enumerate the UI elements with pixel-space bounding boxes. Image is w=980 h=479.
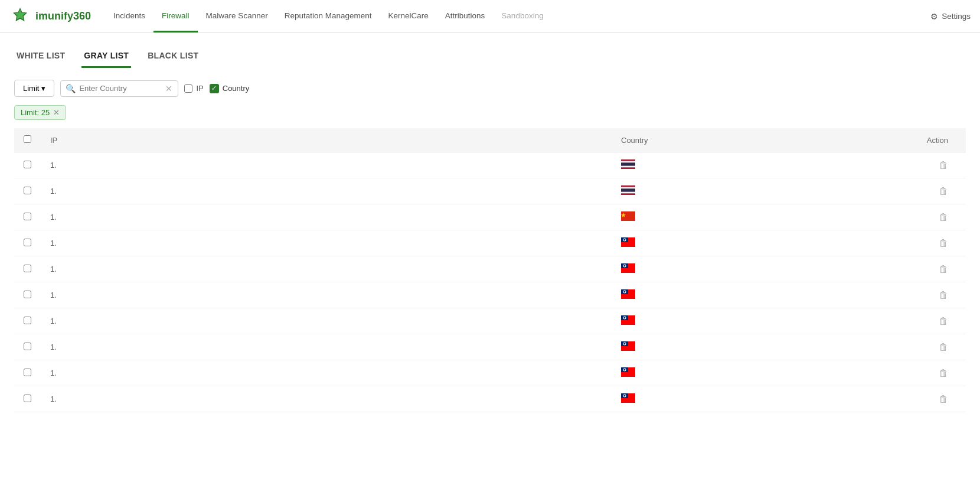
- row-ip-cell: 1.: [41, 230, 612, 256]
- delete-icon[interactable]: 🗑: [939, 160, 948, 170]
- row-check-cell: [14, 230, 41, 256]
- row-action-cell: 🗑: [907, 386, 966, 412]
- nav-item-kernelcare[interactable]: KernelCare: [380, 1, 437, 32]
- row-check-cell: [14, 152, 41, 178]
- row-checkbox[interactable]: [24, 291, 31, 298]
- flag-icon-tw: [621, 318, 635, 327]
- row-country-cell: [612, 282, 907, 308]
- row-country-cell: [612, 256, 907, 282]
- flag-icon-tw: [621, 344, 635, 353]
- flag-icon-tw: [621, 240, 635, 249]
- limit-button[interactable]: Limit ▾: [14, 80, 54, 97]
- delete-icon[interactable]: 🗑: [939, 264, 948, 274]
- country-label: Country: [223, 84, 250, 93]
- flag-icon-tw: [621, 396, 635, 405]
- flag-icon-tw: [621, 292, 635, 301]
- search-input[interactable]: [79, 84, 162, 93]
- svg-point-23: [624, 317, 626, 319]
- row-country-cell: [612, 360, 907, 386]
- nav-items: Incidents Firewall Malware Scanner Reput…: [105, 1, 930, 32]
- header-check: [14, 128, 41, 152]
- nav-item-sandboxing: Sandboxing: [493, 1, 551, 32]
- delete-icon[interactable]: 🗑: [939, 316, 948, 326]
- select-all-checkbox[interactable]: [24, 135, 31, 143]
- active-filters: Limit: 25 ✕: [14, 105, 966, 120]
- row-check-cell: [14, 334, 41, 360]
- table-row: 1. 🗑: [14, 178, 966, 204]
- row-action-cell: 🗑: [907, 152, 966, 178]
- row-country-cell: [612, 152, 907, 178]
- svg-point-11: [624, 239, 626, 241]
- gray-list-table: IP Country Action 1. 🗑 1.: [14, 128, 966, 412]
- flag-icon-th: [621, 162, 635, 171]
- row-checkbox[interactable]: [24, 239, 31, 246]
- settings-button[interactable]: ⚙ Settings: [930, 12, 971, 21]
- svg-rect-5: [621, 188, 635, 191]
- row-checkbox[interactable]: [24, 213, 31, 220]
- flag-icon-tw: [621, 370, 635, 379]
- row-checkbox[interactable]: [24, 343, 31, 350]
- row-checkbox[interactable]: [24, 265, 31, 272]
- nav-item-incidents[interactable]: Incidents: [105, 1, 153, 32]
- header-action: Action: [907, 128, 966, 152]
- list-tabs: WHITE LIST GRAY LIST BLACK LIST: [14, 45, 966, 68]
- delete-icon[interactable]: 🗑: [939, 368, 948, 378]
- row-check-cell: [14, 204, 41, 230]
- country-checkbox-label[interactable]: Country: [210, 84, 250, 93]
- table-row: 1. 🗑: [14, 386, 966, 412]
- row-ip-cell: 1.: [41, 334, 612, 360]
- ip-checkbox-label[interactable]: IP: [184, 84, 203, 93]
- row-ip-cell: 1.: [41, 282, 612, 308]
- delete-icon[interactable]: 🗑: [939, 394, 948, 404]
- country-check-icon: [210, 84, 219, 93]
- row-action-cell: 🗑: [907, 360, 966, 386]
- row-checkbox[interactable]: [24, 395, 31, 402]
- country-search-box[interactable]: 🔍 ✕: [60, 80, 178, 97]
- ip-checkbox[interactable]: [184, 84, 192, 93]
- row-checkbox[interactable]: [24, 161, 31, 168]
- table-body: 1. 🗑 1. 🗑 1.: [14, 152, 966, 412]
- ip-label: IP: [196, 84, 203, 93]
- row-ip-cell: 1.: [41, 204, 612, 230]
- tab-graylist[interactable]: GRAY LIST: [81, 45, 131, 68]
- toolbar: Limit ▾ 🔍 ✕ IP Country: [14, 80, 966, 97]
- flag-icon-th: [621, 188, 635, 197]
- row-action-cell: 🗑: [907, 178, 966, 204]
- row-ip-cell: 1.: [41, 360, 612, 386]
- row-check-cell: [14, 360, 41, 386]
- tab-whitelist[interactable]: WHITE LIST: [14, 45, 67, 68]
- delete-icon[interactable]: 🗑: [939, 342, 948, 352]
- flag-icon-cn: [621, 214, 635, 223]
- row-checkbox[interactable]: [24, 187, 31, 194]
- delete-icon[interactable]: 🗑: [939, 290, 948, 300]
- row-check-cell: [14, 386, 41, 412]
- tab-blacklist[interactable]: BLACK LIST: [145, 45, 201, 68]
- delete-icon[interactable]: 🗑: [939, 186, 948, 196]
- search-icon: 🔍: [66, 84, 76, 93]
- row-ip-cell: 1.: [41, 152, 612, 178]
- table-row: 1. 🗑: [14, 334, 966, 360]
- row-checkbox[interactable]: [24, 317, 31, 324]
- svg-point-19: [624, 291, 626, 293]
- nav-item-firewall[interactable]: Firewall: [153, 1, 198, 32]
- logo-text: imunify360: [35, 10, 91, 22]
- svg-point-35: [624, 395, 626, 397]
- logo-area[interactable]: imunify360: [9, 6, 91, 27]
- settings-label: Settings: [942, 12, 971, 21]
- delete-icon[interactable]: 🗑: [939, 212, 948, 222]
- delete-icon[interactable]: 🗑: [939, 238, 948, 248]
- search-clear-icon[interactable]: ✕: [165, 84, 172, 93]
- row-action-cell: 🗑: [907, 282, 966, 308]
- row-action-cell: 🗑: [907, 256, 966, 282]
- nav-item-attributions[interactable]: Attributions: [437, 1, 494, 32]
- filter-tag-remove[interactable]: ✕: [53, 108, 60, 117]
- row-ip-cell: 1.: [41, 178, 612, 204]
- table-row: 1. 🗑: [14, 360, 966, 386]
- row-checkbox[interactable]: [24, 369, 31, 376]
- nav-item-malware-scanner[interactable]: Malware Scanner: [198, 1, 276, 32]
- row-check-cell: [14, 256, 41, 282]
- header-ip: IP: [41, 128, 612, 152]
- row-country-cell: [612, 308, 907, 334]
- nav-item-reputation-management[interactable]: Reputation Management: [276, 1, 380, 32]
- limit-label: Limit: [23, 84, 39, 93]
